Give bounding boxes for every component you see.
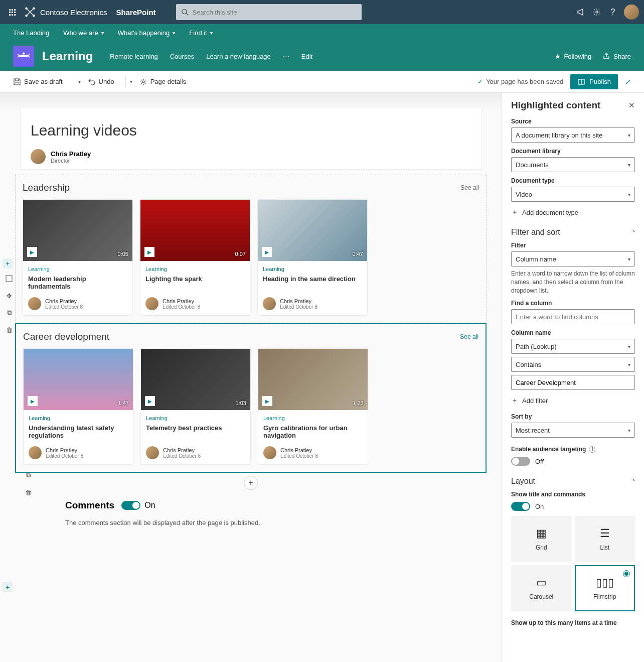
column-name-dropdown[interactable]: Path (Lookup)▾ bbox=[511, 339, 635, 354]
site-nav-item[interactable]: Courses bbox=[170, 53, 194, 60]
webpart-zone-leadership[interactable]: Leadership See all ▶ 0:05 Learning Moder… bbox=[15, 175, 487, 323]
help-icon[interactable]: ? bbox=[605, 4, 621, 20]
card-title: Gyro calibrations for urban navigation bbox=[263, 424, 363, 441]
card-site-link[interactable]: Learning bbox=[146, 415, 245, 421]
check-icon: ✓ bbox=[477, 78, 483, 85]
video-thumbnail: ▶ 0:05 bbox=[23, 200, 132, 261]
settings-gear-icon[interactable] bbox=[589, 4, 605, 20]
add-section-button[interactable]: + bbox=[3, 582, 13, 592]
card-author-avatar[interactable] bbox=[146, 446, 159, 459]
publish-button[interactable]: Publish bbox=[570, 74, 618, 89]
chevron-down-icon: ▾ bbox=[628, 133, 630, 138]
video-card[interactable]: ▶ 1:23 Learning Gyro calibrations for ur… bbox=[258, 348, 368, 465]
comments-toggle[interactable] bbox=[121, 501, 140, 510]
duplicate-section-icon[interactable]: ⧉ bbox=[2, 306, 16, 320]
site-nav-edit[interactable]: Edit bbox=[301, 53, 312, 60]
delete-webpart-icon[interactable]: 🗑 bbox=[21, 485, 35, 499]
delete-section-icon[interactable]: 🗑 bbox=[2, 323, 16, 337]
hub-nav-item[interactable]: What's happening▾ bbox=[118, 29, 176, 37]
site-logo-icon[interactable] bbox=[13, 46, 34, 67]
video-card[interactable]: ▶ 0:47 Learning Heading in the same dire… bbox=[257, 199, 368, 316]
card-author-avatar[interactable] bbox=[29, 446, 42, 459]
video-card[interactable]: ▶ 1:47 Learning Understanding latest saf… bbox=[23, 348, 133, 465]
card-author-avatar[interactable] bbox=[28, 297, 41, 310]
play-icon: ▶ bbox=[27, 247, 37, 257]
app-name[interactable]: SharePoint bbox=[116, 8, 155, 17]
add-section-button[interactable]: + bbox=[3, 258, 13, 269]
hub-nav-item[interactable]: Who we are▾ bbox=[63, 29, 103, 37]
chevron-up-icon: ˄ bbox=[632, 479, 635, 484]
add-doctype-button[interactable]: ＋Add document type bbox=[511, 208, 635, 217]
add-filter-button[interactable]: ＋Add filter bbox=[511, 396, 635, 405]
site-title[interactable]: Learning bbox=[42, 49, 93, 63]
author-role: Director bbox=[51, 158, 91, 164]
site-nav-item[interactable]: Remote learning bbox=[110, 53, 157, 60]
undo-chevron[interactable]: ▾ bbox=[130, 79, 132, 84]
see-all-link[interactable]: See all bbox=[460, 184, 479, 191]
filter-sort-header[interactable]: Filter and sort ˄ bbox=[511, 228, 635, 237]
author-avatar[interactable] bbox=[31, 149, 46, 164]
search-input[interactable] bbox=[193, 9, 357, 16]
hub-nav-item[interactable]: The Landing bbox=[13, 29, 49, 37]
chevron-down-icon: ▾ bbox=[628, 256, 630, 262]
search-box[interactable] bbox=[176, 4, 362, 20]
card-author-avatar[interactable] bbox=[145, 297, 158, 310]
see-all-link[interactable]: See all bbox=[460, 333, 478, 340]
doclib-dropdown[interactable]: Documents▾ bbox=[511, 157, 635, 172]
video-card[interactable]: ▶ 0:05 Learning Modern leadership fundam… bbox=[23, 199, 133, 316]
comments-note: The comments section will be displayed a… bbox=[65, 519, 436, 526]
filter-dropdown[interactable]: Column name▾ bbox=[511, 251, 635, 267]
video-card[interactable]: ▶ 1:03 Learning Telemetry best practices… bbox=[140, 348, 251, 465]
filter-value-input[interactable] bbox=[511, 375, 635, 390]
source-dropdown[interactable]: A document library on this site▾ bbox=[511, 127, 635, 143]
card-author-avatar[interactable] bbox=[263, 297, 276, 310]
show-title-toggle[interactable] bbox=[511, 502, 530, 511]
expand-icon[interactable]: ⤢ bbox=[625, 78, 631, 86]
card-site-link[interactable]: Learning bbox=[145, 266, 245, 272]
undo-button[interactable]: Undo bbox=[88, 78, 114, 86]
card-date: Edited October 8 bbox=[280, 453, 318, 459]
chevron-down-icon: ▾ bbox=[628, 344, 630, 349]
chevron-down-icon: ▾ bbox=[101, 30, 104, 36]
org-name[interactable]: Contoso Electronics bbox=[40, 8, 107, 17]
webpart-title: Leadership bbox=[23, 182, 70, 193]
user-avatar[interactable] bbox=[624, 5, 639, 20]
card-site-link[interactable]: Learning bbox=[29, 415, 128, 421]
edit-section-icon[interactable] bbox=[2, 272, 16, 286]
close-icon[interactable]: ✕ bbox=[628, 101, 635, 110]
following-button[interactable]: ★ Following bbox=[555, 53, 591, 60]
hub-nav-item[interactable]: Find it▾ bbox=[189, 29, 212, 37]
video-card[interactable]: ▶ 0:07 Learning Lighting the spark Chris… bbox=[140, 199, 250, 316]
webpart-zone-career[interactable]: Career development See all ▶ 1:47 Learni… bbox=[15, 323, 487, 473]
find-column-input[interactable] bbox=[511, 309, 635, 324]
site-nav-more[interactable]: ⋯ bbox=[283, 53, 289, 60]
layout-option-list[interactable]: ☰ List bbox=[575, 516, 635, 562]
page-title[interactable]: Learning videos bbox=[31, 122, 471, 139]
doctype-dropdown[interactable]: Video▾ bbox=[511, 187, 635, 202]
app-launcher[interactable] bbox=[5, 5, 19, 19]
add-webpart-button[interactable]: + bbox=[244, 476, 258, 490]
layout-option-filmstrip[interactable]: ▯▯▯ Filmstrip bbox=[575, 565, 635, 611]
layout-option-carousel[interactable]: ▭ Carousel bbox=[511, 565, 572, 611]
site-header: Learning Remote learning Courses Learn a… bbox=[0, 42, 644, 71]
move-section-icon[interactable]: ✥ bbox=[2, 289, 16, 303]
operator-dropdown[interactable]: Contains▾ bbox=[511, 357, 635, 372]
card-site-link[interactable]: Learning bbox=[263, 415, 363, 421]
share-button[interactable]: Share bbox=[602, 52, 631, 60]
chevron-down-icon: ▾ bbox=[628, 428, 630, 433]
card-site-link[interactable]: Learning bbox=[263, 266, 362, 272]
layout-option-grid[interactable]: ▦ Grid bbox=[511, 516, 572, 562]
card-author-avatar[interactable] bbox=[263, 446, 276, 459]
sortby-dropdown[interactable]: Most recent▾ bbox=[511, 423, 635, 438]
site-nav-item[interactable]: Learn a new language bbox=[206, 53, 271, 60]
layout-header[interactable]: Layout ˄ bbox=[511, 477, 635, 486]
info-icon[interactable]: i bbox=[589, 446, 595, 453]
page-details-button[interactable]: Page details bbox=[139, 78, 187, 86]
webpart-title[interactable]: Career development bbox=[23, 331, 109, 342]
save-draft-chevron[interactable]: ▾ bbox=[78, 79, 81, 84]
card-title: Lighting the spark bbox=[145, 275, 245, 292]
save-draft-button[interactable]: Save as draft bbox=[13, 78, 63, 86]
card-site-link[interactable]: Learning bbox=[28, 266, 127, 272]
megaphone-icon[interactable] bbox=[573, 4, 589, 20]
audience-toggle[interactable] bbox=[511, 457, 530, 466]
